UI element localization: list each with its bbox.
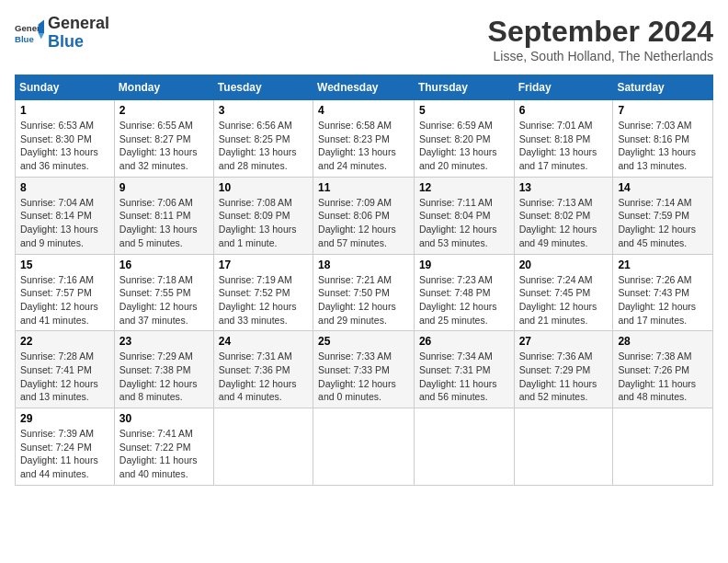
calendar-week-1: 1Sunrise: 6:53 AM Sunset: 8:30 PM Daylig… — [16, 100, 713, 178]
day-number: 26 — [419, 335, 509, 348]
calendar-week-5: 29Sunrise: 7:39 AM Sunset: 7:24 PM Dayli… — [16, 408, 713, 486]
day-number: 17 — [219, 259, 308, 271]
calendar-cell: 23Sunrise: 7:29 AM Sunset: 7:38 PM Dayli… — [114, 331, 213, 408]
column-header-tuesday: Tuesday — [213, 75, 313, 100]
calendar-cell: 19Sunrise: 7:23 AM Sunset: 7:48 PM Dayli… — [414, 254, 514, 331]
calendar-week-3: 15Sunrise: 7:16 AM Sunset: 7:57 PM Dayli… — [16, 254, 713, 331]
calendar-cell: 25Sunrise: 7:33 AM Sunset: 7:33 PM Dayli… — [313, 331, 415, 408]
calendar-cell: 9Sunrise: 7:06 AM Sunset: 8:11 PM Daylig… — [114, 177, 213, 254]
calendar-cell — [514, 408, 613, 486]
day-info: Sunrise: 7:03 AM Sunset: 8:16 PM Dayligh… — [618, 119, 708, 173]
month-title: September 2024 — [488, 15, 713, 49]
day-number: 7 — [618, 104, 708, 117]
day-info: Sunrise: 7:21 AM Sunset: 7:50 PM Dayligh… — [318, 273, 409, 327]
day-number: 30 — [119, 412, 209, 425]
column-header-sunday: Sunday — [16, 75, 115, 100]
day-number: 4 — [318, 104, 409, 117]
calendar-cell: 7Sunrise: 7:03 AM Sunset: 8:16 PM Daylig… — [613, 100, 713, 178]
logo: General Blue General Blue — [15, 15, 109, 52]
calendar-cell: 26Sunrise: 7:34 AM Sunset: 7:31 PM Dayli… — [414, 331, 514, 408]
column-header-wednesday: Wednesday — [313, 75, 415, 100]
day-number: 27 — [519, 335, 609, 348]
day-number: 2 — [119, 104, 209, 117]
day-number: 14 — [618, 181, 708, 194]
calendar-cell: 30Sunrise: 7:41 AM Sunset: 7:22 PM Dayli… — [114, 408, 213, 486]
logo-general-text: General — [48, 14, 109, 32]
day-number: 13 — [519, 181, 609, 194]
day-number: 19 — [419, 259, 509, 271]
day-info: Sunrise: 7:04 AM Sunset: 8:14 PM Dayligh… — [20, 196, 109, 250]
day-number: 20 — [519, 259, 609, 271]
day-info: Sunrise: 7:29 AM Sunset: 7:38 PM Dayligh… — [119, 350, 209, 404]
day-info: Sunrise: 7:01 AM Sunset: 8:18 PM Dayligh… — [519, 119, 609, 173]
page-header: General Blue General Blue September 2024… — [15, 15, 713, 63]
calendar-cell: 29Sunrise: 7:39 AM Sunset: 7:24 PM Dayli… — [16, 408, 115, 486]
day-info: Sunrise: 6:55 AM Sunset: 8:27 PM Dayligh… — [119, 119, 209, 173]
logo-icon: General Blue — [15, 18, 44, 48]
day-info: Sunrise: 7:11 AM Sunset: 8:04 PM Dayligh… — [419, 196, 509, 250]
calendar-cell: 4Sunrise: 6:58 AM Sunset: 8:23 PM Daylig… — [313, 100, 415, 178]
day-info: Sunrise: 7:16 AM Sunset: 7:57 PM Dayligh… — [20, 273, 109, 327]
day-info: Sunrise: 7:09 AM Sunset: 8:06 PM Dayligh… — [318, 196, 409, 250]
day-number: 12 — [419, 181, 509, 194]
day-info: Sunrise: 7:14 AM Sunset: 7:59 PM Dayligh… — [618, 196, 708, 250]
calendar-cell: 2Sunrise: 6:55 AM Sunset: 8:27 PM Daylig… — [114, 100, 213, 178]
title-block: September 2024 Lisse, South Holland, The… — [488, 15, 713, 63]
day-number: 21 — [618, 259, 708, 271]
day-number: 1 — [20, 104, 109, 117]
day-info: Sunrise: 7:24 AM Sunset: 7:45 PM Dayligh… — [519, 273, 609, 327]
calendar-cell: 24Sunrise: 7:31 AM Sunset: 7:36 PM Dayli… — [213, 331, 313, 408]
day-info: Sunrise: 7:08 AM Sunset: 8:09 PM Dayligh… — [219, 196, 308, 250]
column-header-saturday: Saturday — [613, 75, 713, 100]
calendar-cell: 15Sunrise: 7:16 AM Sunset: 7:57 PM Dayli… — [16, 254, 115, 331]
calendar-table: SundayMondayTuesdayWednesdayThursdayFrid… — [15, 75, 713, 486]
day-info: Sunrise: 6:56 AM Sunset: 8:25 PM Dayligh… — [219, 119, 308, 173]
day-info: Sunrise: 7:06 AM Sunset: 8:11 PM Dayligh… — [119, 196, 209, 250]
day-number: 11 — [318, 181, 409, 194]
calendar-week-2: 8Sunrise: 7:04 AM Sunset: 8:14 PM Daylig… — [16, 177, 713, 254]
calendar-cell: 17Sunrise: 7:19 AM Sunset: 7:52 PM Dayli… — [213, 254, 313, 331]
day-number: 6 — [519, 104, 609, 117]
column-header-monday: Monday — [114, 75, 213, 100]
calendar-cell: 13Sunrise: 7:13 AM Sunset: 8:02 PM Dayli… — [514, 177, 613, 254]
calendar-cell — [414, 408, 514, 486]
day-info: Sunrise: 7:36 AM Sunset: 7:29 PM Dayligh… — [519, 350, 609, 404]
day-info: Sunrise: 6:59 AM Sunset: 8:20 PM Dayligh… — [419, 119, 509, 173]
calendar-cell: 12Sunrise: 7:11 AM Sunset: 8:04 PM Dayli… — [414, 177, 514, 254]
calendar-cell: 11Sunrise: 7:09 AM Sunset: 8:06 PM Dayli… — [313, 177, 415, 254]
calendar-cell: 21Sunrise: 7:26 AM Sunset: 7:43 PM Dayli… — [613, 254, 713, 331]
calendar-cell: 8Sunrise: 7:04 AM Sunset: 8:14 PM Daylig… — [16, 177, 115, 254]
day-info: Sunrise: 7:19 AM Sunset: 7:52 PM Dayligh… — [219, 273, 308, 327]
day-number: 10 — [219, 181, 308, 194]
day-number: 8 — [20, 181, 109, 194]
day-number: 25 — [318, 335, 409, 348]
day-info: Sunrise: 7:39 AM Sunset: 7:24 PM Dayligh… — [20, 427, 109, 481]
calendar-cell: 20Sunrise: 7:24 AM Sunset: 7:45 PM Dayli… — [514, 254, 613, 331]
calendar-cell — [613, 408, 713, 486]
calendar-cell: 5Sunrise: 6:59 AM Sunset: 8:20 PM Daylig… — [414, 100, 514, 178]
calendar-cell: 18Sunrise: 7:21 AM Sunset: 7:50 PM Dayli… — [313, 254, 415, 331]
day-info: Sunrise: 7:13 AM Sunset: 8:02 PM Dayligh… — [519, 196, 609, 250]
svg-marker-3 — [39, 33, 44, 39]
day-number: 5 — [419, 104, 509, 117]
calendar-week-4: 22Sunrise: 7:28 AM Sunset: 7:41 PM Dayli… — [16, 331, 713, 408]
day-info: Sunrise: 7:34 AM Sunset: 7:31 PM Dayligh… — [419, 350, 509, 404]
svg-marker-2 — [39, 19, 44, 32]
column-header-thursday: Thursday — [414, 75, 514, 100]
day-info: Sunrise: 7:28 AM Sunset: 7:41 PM Dayligh… — [20, 350, 109, 404]
calendar-cell: 16Sunrise: 7:18 AM Sunset: 7:55 PM Dayli… — [114, 254, 213, 331]
day-info: Sunrise: 7:41 AM Sunset: 7:22 PM Dayligh… — [119, 427, 209, 481]
day-number: 29 — [20, 412, 109, 425]
calendar-cell: 1Sunrise: 6:53 AM Sunset: 8:30 PM Daylig… — [16, 100, 115, 178]
calendar-cell: 14Sunrise: 7:14 AM Sunset: 7:59 PM Dayli… — [613, 177, 713, 254]
day-number: 16 — [119, 259, 209, 271]
day-number: 23 — [119, 335, 209, 348]
day-number: 15 — [20, 259, 109, 271]
day-number: 18 — [318, 259, 409, 271]
logo-blue-text: Blue — [48, 32, 84, 51]
day-info: Sunrise: 7:18 AM Sunset: 7:55 PM Dayligh… — [119, 273, 209, 327]
svg-text:Blue: Blue — [15, 33, 34, 43]
calendar-cell: 22Sunrise: 7:28 AM Sunset: 7:41 PM Dayli… — [16, 331, 115, 408]
day-info: Sunrise: 6:58 AM Sunset: 8:23 PM Dayligh… — [318, 119, 409, 173]
day-number: 3 — [219, 104, 308, 117]
